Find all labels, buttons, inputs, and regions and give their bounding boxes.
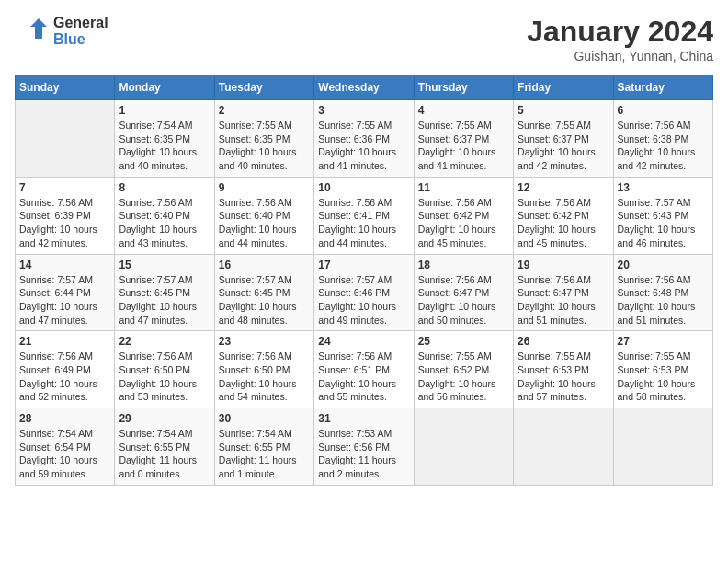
day-number: 11	[418, 181, 509, 194]
page-header: General Blue January 2024 Guishan, Yunna…	[15, 15, 713, 63]
day-number: 8	[119, 181, 210, 194]
calendar-cell: 6Sunrise: 7:56 AM Sunset: 6:38 PM Daylig…	[613, 100, 712, 178]
day-number: 3	[318, 104, 409, 117]
calendar-cell	[613, 408, 712, 486]
calendar-cell: 19Sunrise: 7:56 AM Sunset: 6:47 PM Dayli…	[514, 254, 613, 331]
day-info: Sunrise: 7:56 AM Sunset: 6:39 PM Dayligh…	[19, 196, 110, 250]
day-number: 4	[418, 104, 509, 117]
day-number: 1	[119, 104, 210, 117]
calendar-cell: 23Sunrise: 7:56 AM Sunset: 6:50 PM Dayli…	[214, 331, 313, 408]
day-info: Sunrise: 7:56 AM Sunset: 6:47 PM Dayligh…	[418, 273, 509, 327]
day-number: 14	[19, 259, 110, 271]
calendar-cell: 20Sunrise: 7:56 AM Sunset: 6:48 PM Dayli…	[613, 254, 712, 331]
day-number: 30	[219, 412, 310, 425]
day-info: Sunrise: 7:54 AM Sunset: 6:35 PM Dayligh…	[119, 119, 210, 173]
column-header-sunday: Sunday	[16, 75, 115, 100]
day-number: 19	[518, 259, 609, 271]
svg-marker-0	[30, 18, 47, 39]
day-info: Sunrise: 7:56 AM Sunset: 6:51 PM Dayligh…	[318, 350, 409, 404]
day-number: 10	[318, 181, 409, 194]
logo-container: General Blue	[15, 15, 108, 49]
calendar-cell: 27Sunrise: 7:55 AM Sunset: 6:53 PM Dayli…	[613, 331, 712, 408]
day-info: Sunrise: 7:56 AM Sunset: 6:42 PM Dayligh…	[518, 196, 609, 250]
day-info: Sunrise: 7:56 AM Sunset: 6:50 PM Dayligh…	[219, 350, 310, 404]
logo-graphic	[15, 15, 48, 48]
calendar-cell: 4Sunrise: 7:55 AM Sunset: 6:37 PM Daylig…	[414, 100, 513, 178]
day-info: Sunrise: 7:57 AM Sunset: 6:45 PM Dayligh…	[219, 273, 310, 327]
day-info: Sunrise: 7:57 AM Sunset: 6:44 PM Dayligh…	[19, 273, 110, 327]
calendar-cell: 29Sunrise: 7:54 AM Sunset: 6:55 PM Dayli…	[115, 408, 214, 486]
day-info: Sunrise: 7:57 AM Sunset: 6:45 PM Dayligh…	[119, 273, 210, 327]
day-info: Sunrise: 7:56 AM Sunset: 6:49 PM Dayligh…	[19, 350, 110, 404]
calendar-cell: 11Sunrise: 7:56 AM Sunset: 6:42 PM Dayli…	[414, 177, 513, 254]
column-header-monday: Monday	[115, 75, 214, 100]
day-number: 28	[19, 412, 110, 425]
column-header-tuesday: Tuesday	[214, 75, 313, 100]
day-info: Sunrise: 7:55 AM Sunset: 6:35 PM Dayligh…	[219, 119, 310, 173]
day-info: Sunrise: 7:57 AM Sunset: 6:46 PM Dayligh…	[318, 273, 409, 327]
day-info: Sunrise: 7:55 AM Sunset: 6:37 PM Dayligh…	[418, 119, 509, 173]
day-number: 26	[518, 335, 609, 348]
day-number: 13	[618, 181, 709, 194]
location-subtitle: Guishan, Yunnan, China	[527, 49, 713, 63]
day-info: Sunrise: 7:56 AM Sunset: 6:48 PM Dayligh…	[618, 273, 709, 327]
day-info: Sunrise: 7:56 AM Sunset: 6:47 PM Dayligh…	[518, 273, 609, 327]
day-info: Sunrise: 7:54 AM Sunset: 6:54 PM Dayligh…	[19, 427, 110, 481]
calendar-week-row: 21Sunrise: 7:56 AM Sunset: 6:49 PM Dayli…	[16, 331, 713, 408]
day-number: 31	[318, 412, 409, 425]
calendar-week-row: 7Sunrise: 7:56 AM Sunset: 6:39 PM Daylig…	[16, 177, 713, 254]
day-number: 15	[119, 259, 210, 271]
day-number: 16	[219, 259, 310, 271]
day-info: Sunrise: 7:56 AM Sunset: 6:41 PM Dayligh…	[318, 196, 409, 250]
calendar-cell: 21Sunrise: 7:56 AM Sunset: 6:49 PM Dayli…	[16, 331, 115, 408]
calendar-cell: 18Sunrise: 7:56 AM Sunset: 6:47 PM Dayli…	[414, 254, 513, 331]
calendar-week-row: 1Sunrise: 7:54 AM Sunset: 6:35 PM Daylig…	[16, 100, 713, 178]
day-number: 18	[418, 259, 509, 271]
title-block: January 2024 Guishan, Yunnan, China	[527, 15, 713, 63]
day-number: 23	[219, 335, 310, 348]
logo-text-general: General	[53, 15, 108, 31]
calendar-cell: 12Sunrise: 7:56 AM Sunset: 6:42 PM Dayli…	[514, 177, 613, 254]
day-number: 22	[119, 335, 210, 348]
day-info: Sunrise: 7:56 AM Sunset: 6:38 PM Dayligh…	[618, 119, 709, 173]
calendar-cell: 16Sunrise: 7:57 AM Sunset: 6:45 PM Dayli…	[214, 254, 313, 331]
logo: General Blue	[15, 15, 108, 49]
calendar-cell: 10Sunrise: 7:56 AM Sunset: 6:41 PM Dayli…	[314, 177, 414, 254]
calendar-cell	[514, 408, 613, 486]
column-header-wednesday: Wednesday	[314, 75, 414, 100]
day-info: Sunrise: 7:55 AM Sunset: 6:36 PM Dayligh…	[318, 119, 409, 173]
day-number: 17	[318, 259, 409, 271]
day-number: 6	[618, 104, 709, 117]
day-info: Sunrise: 7:55 AM Sunset: 6:37 PM Dayligh…	[518, 119, 609, 173]
calendar-cell: 15Sunrise: 7:57 AM Sunset: 6:45 PM Dayli…	[115, 254, 214, 331]
day-number: 24	[318, 335, 409, 348]
calendar-cell: 3Sunrise: 7:55 AM Sunset: 6:36 PM Daylig…	[314, 100, 414, 178]
calendar-cell	[16, 100, 115, 178]
calendar-cell: 26Sunrise: 7:55 AM Sunset: 6:53 PM Dayli…	[514, 331, 613, 408]
calendar-cell	[414, 408, 513, 486]
day-number: 29	[119, 412, 210, 425]
day-number: 25	[418, 335, 509, 348]
calendar-cell: 7Sunrise: 7:56 AM Sunset: 6:39 PM Daylig…	[16, 177, 115, 254]
calendar-cell: 31Sunrise: 7:53 AM Sunset: 6:56 PM Dayli…	[314, 408, 414, 486]
month-title: January 2024	[527, 15, 713, 49]
calendar-cell: 9Sunrise: 7:56 AM Sunset: 6:40 PM Daylig…	[214, 177, 313, 254]
day-info: Sunrise: 7:56 AM Sunset: 6:40 PM Dayligh…	[219, 196, 310, 250]
day-info: Sunrise: 7:53 AM Sunset: 6:56 PM Dayligh…	[318, 427, 409, 481]
calendar-cell: 14Sunrise: 7:57 AM Sunset: 6:44 PM Dayli…	[16, 254, 115, 331]
calendar-header-row: SundayMondayTuesdayWednesdayThursdayFrid…	[16, 75, 713, 100]
calendar-cell: 17Sunrise: 7:57 AM Sunset: 6:46 PM Dayli…	[314, 254, 414, 331]
day-number: 20	[618, 259, 709, 271]
day-number: 5	[518, 104, 609, 117]
day-info: Sunrise: 7:54 AM Sunset: 6:55 PM Dayligh…	[219, 427, 310, 481]
day-info: Sunrise: 7:56 AM Sunset: 6:40 PM Dayligh…	[119, 196, 210, 250]
day-number: 27	[618, 335, 709, 348]
calendar-cell: 25Sunrise: 7:55 AM Sunset: 6:52 PM Dayli…	[414, 331, 513, 408]
calendar-cell: 8Sunrise: 7:56 AM Sunset: 6:40 PM Daylig…	[115, 177, 214, 254]
day-number: 12	[518, 181, 609, 194]
calendar-cell: 30Sunrise: 7:54 AM Sunset: 6:55 PM Dayli…	[214, 408, 313, 486]
day-info: Sunrise: 7:54 AM Sunset: 6:55 PM Dayligh…	[119, 427, 210, 481]
calendar-cell: 24Sunrise: 7:56 AM Sunset: 6:51 PM Dayli…	[314, 331, 414, 408]
calendar-cell: 13Sunrise: 7:57 AM Sunset: 6:43 PM Dayli…	[613, 177, 712, 254]
column-header-saturday: Saturday	[613, 75, 712, 100]
